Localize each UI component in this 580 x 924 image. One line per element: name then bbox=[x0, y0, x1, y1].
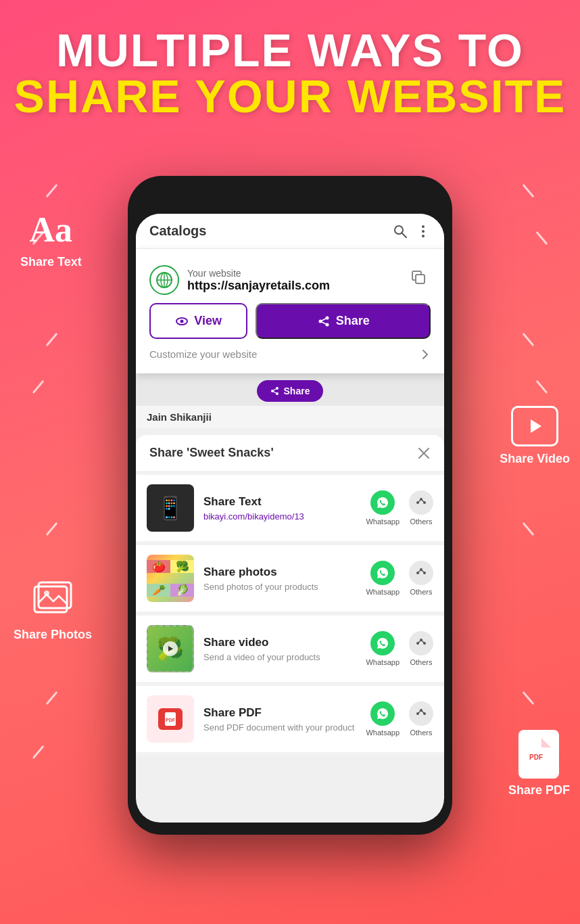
others-label-3: Others bbox=[410, 658, 432, 666]
dash-decoration bbox=[32, 380, 45, 394]
video-icon-box bbox=[511, 406, 558, 446]
others-icon-1 bbox=[409, 490, 433, 515]
whatsapp-btn-4[interactable]: Whatsapp bbox=[366, 701, 400, 737]
view-button[interactable]: View bbox=[149, 303, 247, 339]
share-photos-actions: Whatsapp bbox=[366, 561, 433, 596]
share-icon bbox=[317, 315, 331, 328]
whatsapp-icon-1 bbox=[370, 490, 395, 515]
others-svg-3 bbox=[414, 637, 428, 650]
phone-topbar-icons bbox=[393, 224, 431, 239]
dash-decoration bbox=[32, 745, 45, 759]
customize-row[interactable]: Customize your website bbox=[149, 339, 431, 360]
dash-decoration bbox=[46, 184, 58, 198]
share-text-actions: Whatsapp bbox=[366, 490, 433, 526]
customize-text: Customize your website bbox=[149, 348, 257, 360]
svg-point-9 bbox=[422, 230, 425, 233]
svg-line-52 bbox=[421, 710, 425, 714]
dash-decoration bbox=[523, 691, 535, 705]
svg-line-7 bbox=[402, 233, 406, 237]
share-modal-title: Share 'Sweet Snacks' bbox=[149, 446, 274, 460]
others-btn-4[interactable]: Others bbox=[409, 701, 433, 737]
share-pdf-actions: Whatsapp bbox=[366, 701, 433, 737]
whatsapp-icon-4 bbox=[370, 701, 395, 726]
svg-line-21 bbox=[320, 318, 327, 321]
website-label: Your website bbox=[187, 268, 330, 279]
share-button[interactable]: Share bbox=[256, 303, 431, 339]
eye-icon bbox=[175, 315, 189, 328]
share-photos-thumb: 🍅 🥦 🥕 🥬 bbox=[147, 555, 194, 602]
whatsapp-btn-1[interactable]: Whatsapp bbox=[366, 490, 400, 526]
card-actions: View Share bbox=[149, 303, 431, 339]
view-label: View bbox=[194, 314, 222, 328]
phone-topbar: Catalogs bbox=[136, 214, 444, 249]
share-item-photos: 🍅 🥦 🥕 🥬 Share photos Send photos of your… bbox=[136, 545, 444, 611]
share-btn-small[interactable]: Share bbox=[257, 380, 324, 402]
website-info: Your website https://sanjayretails.com bbox=[187, 268, 330, 293]
photos-icon bbox=[29, 578, 76, 619]
others-btn-2[interactable]: Others bbox=[409, 561, 433, 596]
pdf-file-icon: PDF bbox=[525, 737, 552, 772]
dash-decoration bbox=[523, 522, 535, 536]
share-video-actions: Whatsapp bbox=[366, 631, 433, 666]
copy-icon[interactable] bbox=[406, 265, 431, 290]
share-item-text: 📱 Share Text bikayi.com/bikayidemo/13 bbox=[136, 475, 444, 541]
whatsapp-label-1: Whatsapp bbox=[366, 517, 400, 526]
others-svg bbox=[414, 496, 428, 509]
svg-line-33 bbox=[418, 499, 421, 503]
svg-line-51 bbox=[418, 710, 421, 714]
svg-line-39 bbox=[421, 570, 425, 573]
play-icon bbox=[524, 415, 546, 437]
svg-point-6 bbox=[395, 226, 403, 234]
close-icon[interactable] bbox=[417, 446, 431, 460]
share-modal: Share 'Sweet Snacks' 📱 Share Text bbox=[136, 435, 444, 756]
share-item-pdf: PDF Share PDF Send PDF document with you… bbox=[136, 686, 444, 752]
svg-line-45 bbox=[421, 640, 425, 643]
website-card-header: Your website https://sanjayretails.com bbox=[149, 265, 431, 295]
svg-line-26 bbox=[272, 388, 277, 391]
play-overlay bbox=[163, 641, 178, 656]
others-label-4: Others bbox=[410, 729, 432, 737]
others-label-1: Others bbox=[410, 517, 432, 526]
share-small-icon bbox=[270, 386, 280, 396]
share-pdf-thumb: PDF bbox=[147, 695, 194, 743]
header-line2: SHARE YOUR WEBSITE bbox=[0, 73, 580, 119]
copy-svg bbox=[410, 269, 427, 285]
svg-marker-40 bbox=[168, 646, 173, 651]
whatsapp-svg-4 bbox=[376, 707, 389, 720]
others-btn-3[interactable]: Others bbox=[409, 631, 433, 666]
whatsapp-label-3: Whatsapp bbox=[366, 658, 400, 666]
feature-share-text: Aa Share Text bbox=[20, 210, 82, 269]
share-photos-desc: Send photos of your products bbox=[203, 582, 356, 592]
others-btn-1[interactable]: Others bbox=[409, 490, 433, 526]
website-card: Your website https://sanjayretails.com bbox=[136, 249, 444, 373]
feature-share-video: Share Video bbox=[500, 406, 570, 466]
share-pdf-title: Share PDF bbox=[203, 706, 356, 720]
whatsapp-btn-3[interactable]: Whatsapp bbox=[366, 631, 400, 666]
svg-point-17 bbox=[180, 319, 184, 323]
whatsapp-icon-2 bbox=[370, 561, 395, 585]
dash-decoration bbox=[46, 691, 58, 705]
others-svg-4 bbox=[414, 707, 428, 720]
share-text-thumb: 📱 bbox=[147, 484, 194, 532]
share-text-info: Share Text bikayi.com/bikayidemo/13 bbox=[203, 495, 356, 522]
share-video-info: Share video Send a video of your product… bbox=[203, 636, 356, 662]
dash-decoration bbox=[523, 333, 535, 346]
share-text-title: Share Text bbox=[203, 495, 356, 509]
dash-decoration bbox=[536, 231, 548, 245]
share-photos-label: Share Photos bbox=[14, 628, 92, 642]
phone-screen: Catalogs bbox=[136, 214, 444, 823]
globe-svg bbox=[155, 271, 174, 290]
whatsapp-label-4: Whatsapp bbox=[366, 729, 400, 737]
others-label-2: Others bbox=[410, 588, 432, 596]
whatsapp-btn-2[interactable]: Whatsapp bbox=[366, 561, 400, 596]
globe-icon bbox=[149, 265, 179, 295]
feature-share-pdf: PDF Share PDF bbox=[508, 731, 570, 798]
pdf-thumb-icon: PDF bbox=[158, 708, 183, 730]
share-video-title: Share video bbox=[203, 636, 356, 649]
text-icon: Aa bbox=[30, 210, 73, 250]
share-text-label: Share Text bbox=[20, 255, 82, 269]
share-video-desc: Send a video of your products bbox=[203, 652, 356, 662]
chevron-right-icon bbox=[420, 349, 431, 360]
whatsapp-icon-3 bbox=[370, 631, 395, 655]
share-photos-title: Share photos bbox=[203, 565, 356, 579]
